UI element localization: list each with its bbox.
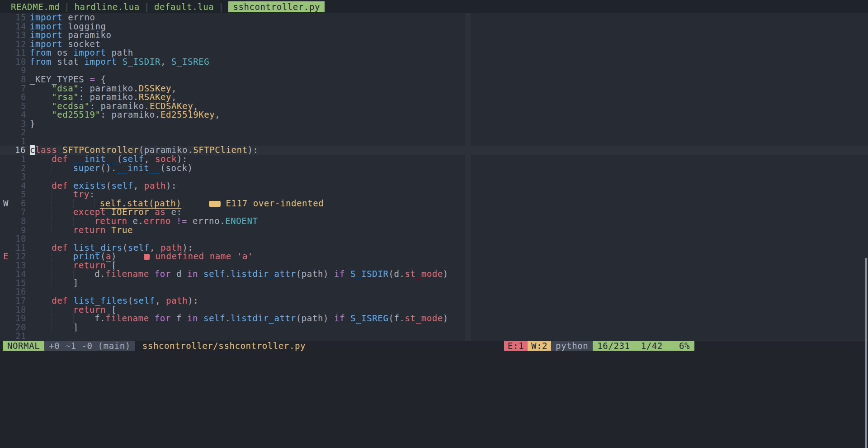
code-token: ): [443, 313, 448, 323]
code-token: (path): [296, 313, 334, 323]
warning-count-badge: W:2: [528, 341, 551, 351]
code-token: ,: [155, 295, 166, 305]
code-token: S_ISDIR: [123, 57, 160, 67]
warning-icon: [209, 201, 221, 207]
tab-readme-md[interactable]: README.md: [11, 2, 60, 12]
indent-guide: [52, 270, 57, 279]
code-token: errno: [144, 216, 171, 226]
code-text: return True: [30, 225, 133, 235]
code-token: (: [106, 181, 112, 191]
code-line[interactable]: 21: [0, 332, 868, 341]
code-line[interactable]: 9: [0, 66, 868, 75]
code-token: (f.: [388, 313, 405, 323]
error-count-badge: E:1: [504, 341, 528, 351]
indent-guide: [52, 190, 57, 199]
code-token: [150, 251, 155, 261]
error-icon: [144, 254, 150, 260]
code-token: [30, 322, 52, 332]
code-token: ]: [73, 278, 79, 288]
tab-separator: |: [218, 2, 224, 12]
code-token: : paramiko.: [101, 110, 160, 119]
code-token: S_ISREG: [171, 57, 209, 67]
code-token: [117, 251, 144, 261]
code-token: .: [225, 269, 231, 279]
code-token: super: [73, 163, 100, 173]
code-token: (: [128, 295, 133, 305]
code-line[interactable]: 10from stat import S_ISDIR, S_ISREG: [0, 57, 868, 67]
code-token: [198, 269, 203, 279]
code-line[interactable]: 9 return True: [0, 226, 868, 235]
code-token: in: [187, 313, 198, 323]
code-token: [221, 198, 226, 208]
code-token: st_mode: [405, 313, 443, 323]
line-number: 8: [15, 217, 26, 226]
indent-guide: [52, 226, 57, 235]
code-token: from: [30, 57, 52, 67]
code-line[interactable]: 3}: [0, 119, 868, 129]
code-token: import: [84, 57, 117, 67]
cursor-position-indicator: 16/231 1/42 6%: [593, 341, 694, 351]
code-token: (d.: [388, 269, 405, 279]
code-token: self: [133, 295, 155, 305]
code-line[interactable]: 4 def exists(self, path):: [0, 181, 868, 191]
code-line[interactable]: 4 "ed25519": paramiko.Ed25519Key,: [0, 110, 868, 119]
code-token: [171, 216, 176, 226]
code-token: [57, 225, 73, 235]
code-token: [57, 163, 73, 173]
code-line[interactable]: 17 def list_files(self, path):: [0, 296, 868, 305]
line-number: 11: [15, 48, 26, 57]
code-token: [345, 313, 350, 323]
tab-default-lua[interactable]: default.lua: [154, 2, 214, 12]
line-number: 8: [15, 75, 26, 84]
code-line[interactable]: 14import logging: [0, 22, 868, 31]
code-text: f.filename for f in self.listdir_attr(pa…: [30, 313, 448, 323]
code-line[interactable]: E12 print(a) undefined name 'a': [0, 252, 868, 261]
code-line[interactable]: 13import paramiko: [0, 31, 868, 40]
code-text: ]: [30, 322, 79, 332]
line-number: 21: [15, 332, 26, 341]
line-number: 19: [15, 314, 26, 323]
code-token: ().: [100, 163, 117, 173]
code-token: [117, 57, 123, 67]
line-number: 5: [15, 190, 26, 199]
code-token: self: [112, 181, 133, 191]
indent-guide: [52, 323, 57, 332]
code-line[interactable]: 20 ]: [0, 323, 868, 332]
code-token: if: [334, 269, 345, 279]
code-token: [78, 313, 94, 323]
code-text: from stat import S_ISDIR, S_ISREG: [30, 57, 209, 67]
code-token: (path): [296, 269, 334, 279]
line-number: 1: [15, 155, 26, 164]
line-number: 15: [15, 13, 26, 22]
line-number: 9: [15, 66, 26, 75]
code-token: S_ISREG: [350, 313, 388, 323]
line-number: 17: [15, 296, 26, 305]
code-line[interactable]: 19 f.filename for f in self.listdir_attr…: [0, 314, 868, 323]
code-token: stat: [52, 57, 84, 67]
code-area[interactable]: 15import errno14import logging13import p…: [0, 13, 868, 341]
tabline: README.md|hardline.lua|default.lua|sshco…: [0, 0, 868, 13]
tab-separator: |: [64, 2, 70, 12]
code-token: [30, 278, 52, 288]
code-line[interactable]: 15import errno: [0, 13, 868, 22]
code-token: ):: [188, 295, 198, 305]
code-token: !=: [176, 216, 187, 226]
tab-hardline-lua[interactable]: hardline.lua: [74, 2, 139, 12]
code-token: path: [166, 295, 188, 305]
code-token: Ed25519Key: [160, 110, 215, 119]
tab-sshcontroller-py[interactable]: sshcontroller.py: [228, 1, 325, 12]
code-token: f.: [94, 313, 105, 323]
code-token: [78, 269, 94, 279]
tab-separator: |: [144, 2, 150, 12]
code-token: ,: [215, 110, 220, 119]
code-line[interactable]: 2 super().__init__(sock): [0, 164, 868, 173]
code-token: "ed25519": [52, 110, 100, 119]
code-line[interactable]: 14 d.filename for d in self.listdir_attr…: [0, 270, 868, 279]
code-token: listdir_attr: [231, 313, 296, 323]
code-text: d.filename for d in self.listdir_attr(pa…: [30, 269, 448, 279]
code-token: [57, 278, 73, 288]
code-line[interactable]: 15 ]: [0, 279, 868, 288]
scrollbar-thumb[interactable]: [865, 258, 867, 448]
code-line[interactable]: 2: [0, 128, 868, 137]
code-token: [30, 225, 52, 235]
